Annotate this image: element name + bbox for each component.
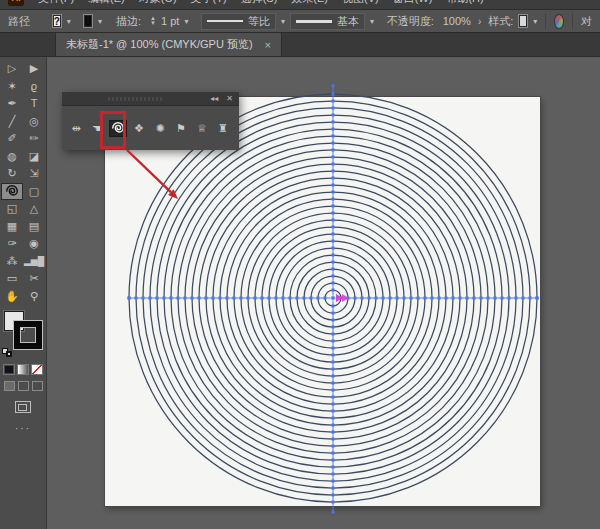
tools-panel: ▷▶✶ϱ✒T╱◎✐✏◍◪↻⇲▢◱△▦▤✑◉⁂▂▅█▭✂✋⚲ ··· bbox=[0, 57, 47, 529]
width-profile-label: 等比 bbox=[248, 14, 270, 29]
color-mode-button[interactable] bbox=[3, 364, 15, 375]
illustrator-window: Ai 文件(F)编辑(E)对象(O)文字(T)选择(S)效果(E)视图(V)窗口… bbox=[0, 0, 600, 529]
scallop-tool-icon[interactable]: ⚑ bbox=[172, 120, 190, 137]
width-profile-caret[interactable]: ▾ bbox=[281, 17, 285, 26]
draw-inside-button[interactable] bbox=[32, 381, 43, 391]
zoom-tool[interactable]: ⚲ bbox=[23, 288, 45, 306]
blend-tool[interactable]: ◉ bbox=[23, 235, 45, 253]
menu-item[interactable]: 选择(S) bbox=[241, 0, 278, 6]
width-profile-dropdown[interactable]: 等比 bbox=[201, 13, 276, 30]
mesh-tool[interactable]: ▦ bbox=[1, 218, 23, 236]
magic-wand-tool[interactable]: ✶ bbox=[1, 78, 23, 96]
draw-normal-button[interactable] bbox=[4, 381, 15, 391]
fill-dropdown-caret[interactable]: ▾ bbox=[67, 17, 71, 26]
stroke-weight-caret[interactable]: ▾ bbox=[184, 17, 188, 26]
document-tab-title: 未标题-1* @ 100% (CMYK/GPU 预览) bbox=[66, 37, 253, 52]
gradient-tool[interactable]: ▤ bbox=[23, 218, 45, 236]
twirl-tool[interactable] bbox=[1, 183, 23, 201]
controlbar-separator bbox=[545, 13, 546, 29]
align-label: 对 bbox=[581, 14, 592, 29]
control-bar: 路径 ? ▾ ▾ 描边: ▲▼ 1 pt ▾ 等比 ▾ 基本 ▾ 不透明度: 1… bbox=[0, 9, 600, 33]
lasso-tool[interactable]: ϱ bbox=[23, 78, 45, 96]
menu-item[interactable]: 编辑(E) bbox=[88, 0, 125, 6]
stroke-swatch-active[interactable] bbox=[14, 321, 42, 349]
none-mode-button[interactable] bbox=[31, 364, 43, 375]
line-segment-tool[interactable]: ╱ bbox=[1, 113, 23, 131]
panel-drag-grip[interactable] bbox=[108, 97, 162, 101]
panel-close-icon[interactable]: ✕ bbox=[226, 95, 233, 103]
screen-mode-icon[interactable] bbox=[15, 401, 31, 413]
rotate-tool[interactable]: ↻ bbox=[1, 165, 23, 183]
paintbrush-tool[interactable]: ✐ bbox=[1, 130, 23, 148]
opacity-value[interactable]: 100% bbox=[443, 15, 471, 27]
type-tool[interactable]: T bbox=[23, 95, 45, 113]
menu-bar: Ai 文件(F)编辑(E)对象(O)文字(T)选择(S)效果(E)视图(V)窗口… bbox=[0, 0, 600, 9]
pen-tool[interactable]: ✒ bbox=[1, 95, 23, 113]
menu-item[interactable]: 帮助(H) bbox=[446, 0, 483, 6]
gradient-mode-button[interactable] bbox=[17, 364, 29, 375]
brush-preview-icon bbox=[296, 20, 332, 23]
menu-item[interactable]: 窗口(W) bbox=[393, 0, 433, 6]
column-graph-tool[interactable]: ▂▅█ bbox=[23, 253, 45, 271]
edit-toolbar-ellipsis[interactable]: ··· bbox=[0, 423, 46, 434]
style-caret[interactable]: ▾ bbox=[533, 17, 537, 26]
wrinkle-tool-icon[interactable]: ♜ bbox=[214, 120, 232, 137]
paint-mode-buttons bbox=[0, 364, 46, 375]
stroke-dropdown-caret[interactable]: ▾ bbox=[98, 17, 102, 26]
blob-brush-tool[interactable]: ◍ bbox=[1, 148, 23, 166]
fill-stroke-indicator bbox=[2, 311, 44, 359]
document-tab[interactable]: 未标题-1* @ 100% (CMYK/GPU 预览) × bbox=[55, 33, 282, 56]
fill-color-swatch[interactable]: ? bbox=[52, 14, 62, 28]
pencil-tool[interactable]: ✏ bbox=[23, 130, 45, 148]
context-label: 路径 bbox=[8, 14, 30, 29]
brush-definition-label: 基本 bbox=[337, 14, 359, 29]
width-tool-icon[interactable]: ⇹ bbox=[67, 120, 85, 137]
stroke-weight-label: 描边: bbox=[116, 14, 141, 29]
free-transform-tool[interactable]: ▢ bbox=[23, 183, 45, 201]
shape-builder-tool[interactable]: ◱ bbox=[1, 200, 23, 218]
workspace: ▷▶✶ϱ✒T╱◎✐✏◍◪↻⇲▢◱△▦▤✑◉⁂▂▅█▭✂✋⚲ ··· bbox=[0, 57, 600, 529]
menu-item[interactable]: 文字(T) bbox=[191, 0, 227, 6]
brush-definition-dropdown[interactable]: 基本 bbox=[290, 13, 365, 30]
liquify-tools-panel: ◂◂ ✕ ⇹☚❖✺⚑♕♜ bbox=[62, 92, 239, 150]
pucker-tool-icon[interactable]: ❖ bbox=[130, 120, 148, 137]
eyedropper-tool[interactable]: ✑ bbox=[1, 235, 23, 253]
tab-close-icon[interactable]: × bbox=[265, 39, 271, 51]
menu-item[interactable]: 对象(O) bbox=[139, 0, 177, 6]
style-swatch[interactable] bbox=[518, 14, 528, 28]
selection-tool[interactable]: ▶ bbox=[23, 60, 45, 78]
panel-header[interactable]: ◂◂ ✕ bbox=[62, 92, 239, 106]
menu-item[interactable]: 视图(V) bbox=[342, 0, 379, 6]
brush-definition-caret[interactable]: ▾ bbox=[370, 17, 374, 26]
warp-tool-icon[interactable]: ☚ bbox=[88, 120, 106, 137]
default-fill-stroke-icon[interactable] bbox=[2, 348, 12, 357]
scale-tool[interactable]: ⇲ bbox=[23, 165, 45, 183]
recolor-artwork-icon[interactable] bbox=[554, 14, 565, 29]
controlbar-separator bbox=[572, 13, 573, 29]
crystallize-tool-icon[interactable]: ♕ bbox=[193, 120, 211, 137]
draw-behind-button[interactable] bbox=[18, 381, 29, 391]
artboard-tool[interactable]: ▭ bbox=[1, 270, 23, 288]
opacity-label: 不透明度: bbox=[387, 14, 434, 29]
stroke-color-swatch[interactable] bbox=[83, 14, 93, 28]
slice-tool[interactable]: ✂ bbox=[23, 270, 45, 288]
style-label: 样式: bbox=[488, 14, 513, 29]
app-logo-icon: Ai bbox=[8, 0, 24, 6]
stroke-weight-stepper[interactable]: ▲▼ bbox=[150, 16, 156, 26]
shape-tool[interactable]: ◎ bbox=[23, 113, 45, 131]
direct-selection-tool[interactable]: ▷ bbox=[1, 60, 23, 78]
hand-tool[interactable]: ✋ bbox=[1, 288, 23, 306]
eraser-tool[interactable]: ◪ bbox=[23, 148, 45, 166]
panel-collapse-icon[interactable]: ◂◂ bbox=[210, 95, 218, 103]
bloat-tool-icon[interactable]: ✺ bbox=[151, 120, 169, 137]
drawing-mode-buttons bbox=[0, 381, 46, 391]
symbol-sprayer-tool[interactable]: ⁂ bbox=[1, 253, 23, 271]
opacity-options-chevron[interactable]: › bbox=[478, 16, 481, 27]
stroke-weight-value[interactable]: 1 pt bbox=[161, 15, 179, 27]
document-tab-bar: 未标题-1* @ 100% (CMYK/GPU 预览) × bbox=[0, 33, 600, 57]
menu-item[interactable]: 文件(F) bbox=[38, 0, 74, 6]
twirl-tool-icon[interactable] bbox=[109, 120, 127, 137]
width-profile-preview-icon bbox=[207, 20, 243, 22]
menu-item[interactable]: 效果(E) bbox=[291, 0, 328, 6]
perspective-grid-tool[interactable]: △ bbox=[23, 200, 45, 218]
